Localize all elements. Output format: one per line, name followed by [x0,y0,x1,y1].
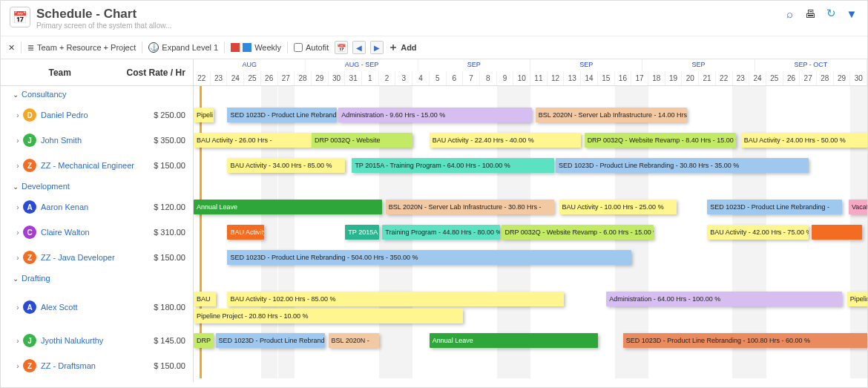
day-header[interactable]: 24 [749,71,766,85]
day-header[interactable]: 16 [615,71,632,85]
schedule-bar[interactable]: SED 1023D - Product Line Rebranding - [227,108,337,122]
gantt-row[interactable]: BAU Activity - 26.00 Hrs -DRP 0032Q - We… [194,128,867,153]
schedule-bar[interactable]: SED 1023D - Product Line Rebranding - [707,200,842,214]
schedule-bar[interactable]: DRP [194,333,214,348]
schedule-bar[interactable]: BSL 2020N - Server Lab Infrastructure - … [536,108,687,122]
resource-row[interactable]: ›ZZZ - Mechanical Engineer$ 150.00 [1,153,193,178]
resource-row[interactable]: ›DDaniel Pedro$ 250.00 [1,102,193,128]
chevron-down-icon[interactable]: ⌄ [13,274,22,283]
add-button[interactable]: ＋ Add [388,41,416,54]
schedule-bar[interactable]: BAU Activity - 22.40 Hrs - 40.00 % [430,133,581,148]
resource-name[interactable]: Aaron Kenan [41,203,142,211]
tools-icon[interactable]: ✕ [8,43,15,53]
day-header[interactable]: 22 [194,71,211,85]
schedule-bar[interactable]: BAU [194,292,216,306]
schedule-bar[interactable]: BAU Activity - 42.00 Hrs - 75.00 % [707,225,808,240]
day-header[interactable]: 21 [699,71,716,85]
day-header[interactable]: 26 [783,71,800,85]
day-header[interactable]: 29 [312,71,329,85]
rate-column-header[interactable]: Cost Rate / Hr [119,59,193,85]
day-header[interactable]: 29 [834,71,851,85]
day-header[interactable]: 11 [530,71,548,85]
chevron-right-icon[interactable]: › [1,337,23,345]
day-header[interactable]: 26 [261,71,278,85]
resource-name[interactable]: Jyothi Nalukurthy [41,336,142,345]
schedule-bar[interactable]: BAU Activity - 26.00 Hrs - [194,133,312,148]
print-icon[interactable]: 🖶 [803,7,817,20]
schedule-bar[interactable]: Pipeline Project - 32.0 [847,292,867,306]
day-header[interactable]: 30 [329,71,346,85]
day-header[interactable]: 9 [497,71,514,85]
resource-row[interactable]: ›ZZZ - Draftsman$ 150.00 [1,353,193,378]
schedule-bar[interactable]: Pipeli [194,108,214,122]
resource-row[interactable]: ›ZZZ - Java Developer$ 150.00 [1,245,193,270]
schedule-bar[interactable]: Annual Leave [430,333,598,348]
team-group[interactable]: ⌄Drafting [1,270,193,286]
schedule-bar[interactable]: TP 2015A [345,225,378,240]
resource-row[interactable]: ›JJohn Smith$ 350.00 [1,128,193,153]
chevron-right-icon[interactable]: › [1,137,23,145]
schedule-bar[interactable]: BAU Activity - 34.00 Hrs - 85.00 % [227,158,345,173]
team-column-header[interactable]: Team [1,59,119,85]
chevron-right-icon[interactable]: › [1,203,23,211]
gantt-row[interactable]: DRPSED 1023D - Product Line Rebranding -… [194,328,867,353]
chevron-down-icon[interactable]: ⌄ [13,91,22,99]
refresh-icon[interactable]: ↻ [824,7,838,20]
gantt-row[interactable]: SED 1023D - Product Line Rebranding - 50… [194,245,867,270]
day-header[interactable]: 1 [362,71,379,85]
schedule-bar[interactable]: BAU Activity - 24.00 Hrs - 50.00 % [741,133,867,148]
day-header[interactable]: 8 [480,71,497,85]
schedule-bar[interactable]: TP 2015A - Training Program - 64.00 Hrs … [352,158,553,173]
autofit-checkbox[interactable] [294,43,303,52]
resource-name[interactable]: ZZ - Java Developer [41,253,142,262]
schedule-bar[interactable]: Administration - 64.00 Hrs - 100.00 % [606,292,842,306]
schedule-bar[interactable]: Administration - 9.60 Hrs - 15.00 % [338,108,532,122]
day-header[interactable]: 2 [379,71,396,85]
next-button[interactable]: ▶ [370,41,384,54]
day-header[interactable]: 6 [447,71,464,85]
schedule-bar[interactable]: BAU Activity - 102.00 Hrs - 85.00 % [227,292,564,306]
schedule-bar[interactable]: SED 1023D - Product Line Rebranding - 10… [623,333,867,348]
schedule-bar[interactable]: Pipeline Project - 20.80 Hrs - 10.00 % [194,309,463,323]
day-header[interactable]: 27 [800,71,817,85]
day-header[interactable]: 31 [345,71,362,85]
day-header[interactable]: 23 [733,71,750,85]
schedule-bar[interactable]: BSL 2020N - Server Lab Infrastructure - … [386,200,554,214]
resource-name[interactable]: Claire Walton [41,228,142,237]
calendar-icon[interactable]: 📅 [335,41,348,54]
schedule-bar[interactable]: Training Program - 44.80 Hrs - 80.00 % [382,225,500,240]
schedule-bar[interactable]: DRP 0032Q - Website Revamp - 8.40 Hrs - … [585,133,736,148]
team-group[interactable]: ⌄Development [1,178,193,194]
team-group[interactable]: ⌄Consultancy [1,86,193,102]
resource-row[interactable]: ›AAlex Scott$ 180.00 [1,286,193,328]
day-header[interactable]: 25 [766,71,783,85]
day-header[interactable]: 24 [227,71,244,85]
chevron-right-icon[interactable]: › [1,162,23,170]
schedule-bar[interactable]: BSL 2020N - [329,333,379,348]
resource-name[interactable]: Alex Scott [41,303,142,312]
day-header[interactable]: 22 [716,71,733,85]
schedule-bar[interactable]: DRP 0032Q - Website [312,133,412,148]
chevron-right-icon[interactable]: › [1,362,23,370]
chevron-down-icon[interactable]: ⌄ [13,183,22,191]
schedule-bar[interactable]: DRP 0032Q - Website Revamp - 6.00 Hrs - … [502,225,653,240]
day-header[interactable]: 15 [598,71,615,85]
resource-name[interactable]: ZZ - Mechanical Engineer [41,161,142,170]
gantt-row[interactable] [194,353,867,378]
resource-row[interactable]: ›CClaire Walton$ 310.00 [1,220,193,245]
chevron-right-icon[interactable]: › [1,111,23,119]
gantt-row[interactable]: BAU Activity -TP 2015ATraining Program -… [194,220,867,245]
gantt-row[interactable]: Annual LeaveBSL 2020N - Server Lab Infra… [194,194,867,220]
timescale-selector[interactable]: Weekly [231,43,281,52]
day-header[interactable]: 28 [817,71,834,85]
zoom-icon[interactable]: ⌕ [783,7,796,20]
resource-row[interactable]: ›JJyothi Nalukurthy$ 145.00 [1,328,193,353]
schedule-bar[interactable]: BAU Activity - 10.00 Hrs - 25.00 % [559,200,677,214]
schedule-bar[interactable]: BAU Activity - [227,225,264,240]
day-header[interactable]: 30 [850,71,867,85]
resource-name[interactable]: Daniel Pedro [41,111,142,119]
gantt-row[interactable]: BAUBAU Activity - 102.00 Hrs - 85.00 %Ad… [194,286,867,328]
day-header[interactable]: 5 [430,71,447,85]
grouping-selector[interactable]: ≣ Team + Resource + Project [27,43,136,53]
day-header[interactable]: 4 [412,71,430,85]
